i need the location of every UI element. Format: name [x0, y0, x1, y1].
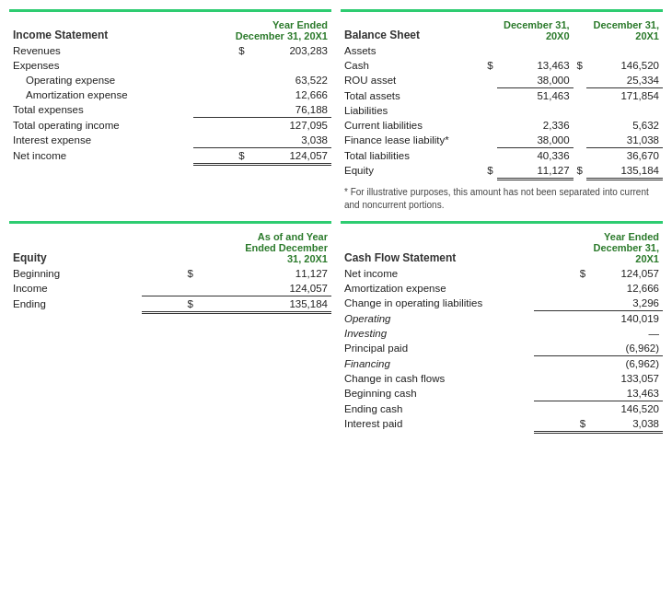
- balance-d1: [483, 148, 496, 164]
- balance-label: ROU asset: [341, 73, 483, 88]
- equity-value: 11,127: [197, 266, 331, 281]
- balance-v1: 2,336: [497, 118, 574, 133]
- balance-d2: [574, 88, 586, 104]
- cashflow-row: Net income $ 124,057: [341, 266, 663, 281]
- balance-v1: 11,127: [497, 163, 574, 180]
- balance-sheet-title: Balance Sheet: [341, 17, 483, 43]
- cashflow-row: Amortization expense 12,666: [341, 281, 663, 296]
- cashflow-row: Principal paid (6,962): [341, 341, 663, 356]
- cashflow-value: 133,057: [589, 371, 663, 386]
- balance-v2: 31,038: [586, 133, 663, 148]
- balance-row: Equity $ 11,127 $ 135,184: [341, 163, 663, 180]
- cashflow-dollar: [534, 311, 589, 327]
- balance-sheet-table: Balance Sheet December 31,20X0 December …: [341, 17, 663, 180]
- cashflow-dollar: [534, 341, 589, 356]
- balance-row: Total liabilities 40,336 36,670: [341, 148, 663, 164]
- balance-label: Total assets: [341, 88, 483, 104]
- cashflow-label: Financing: [341, 356, 534, 372]
- income-statement-table: Income Statement Year EndedDecember 31, …: [9, 17, 331, 166]
- balance-d1: $: [483, 58, 496, 73]
- equity-value: 124,057: [197, 281, 331, 296]
- balance-v2: [586, 103, 663, 118]
- income-dollar: $: [193, 148, 249, 165]
- balance-label: Current liabilities: [341, 118, 483, 133]
- income-dollar: [193, 102, 249, 118]
- income-dollar: [193, 73, 249, 87]
- balance-row: Assets: [341, 43, 663, 58]
- cashflow-label: Beginning cash: [341, 386, 534, 401]
- cash-flow-col-header: Year EndedDecember 31,20X1: [534, 229, 663, 266]
- balance-row: Cash $ 13,463 $ 146,520: [341, 58, 663, 73]
- balance-v1: 38,000: [497, 133, 574, 148]
- equity-table: Equity As of and YearEnded December31, 2…: [9, 229, 331, 314]
- cashflow-label: Investing: [341, 326, 534, 341]
- equity-row: Ending $ 135,184: [9, 296, 331, 313]
- equity-dollar: [142, 281, 197, 296]
- balance-d2: [574, 43, 586, 58]
- income-row: Revenues $ 203,283: [9, 43, 331, 58]
- income-value: 3,038: [249, 133, 331, 148]
- cashflow-row: Change in cash flows 133,057: [341, 371, 663, 386]
- balance-v1: 51,463: [497, 88, 574, 104]
- income-value: 124,057: [249, 148, 331, 165]
- balance-v1: 13,463: [497, 58, 574, 73]
- income-statement-col-header: Year EndedDecember 31, 20X1: [193, 17, 331, 43]
- cashflow-label: Operating: [341, 311, 534, 327]
- income-statement-panel: Income Statement Year EndedDecember 31, …: [9, 9, 331, 212]
- balance-d2: [574, 73, 586, 88]
- cashflow-label: Change in operating liabilities: [341, 296, 534, 311]
- cashflow-dollar: [534, 281, 589, 296]
- cashflow-row: Interest paid $ 3,038: [341, 416, 663, 433]
- cashflow-value: 13,463: [589, 386, 663, 401]
- cashflow-row: Investing —: [341, 326, 663, 341]
- income-label: Interest expense: [9, 133, 193, 148]
- income-statement-title: Income Statement: [9, 17, 193, 43]
- balance-d1: $: [483, 163, 496, 180]
- cash-flow-panel: Cash Flow Statement Year EndedDecember 3…: [341, 221, 663, 434]
- income-value: [249, 58, 331, 73]
- equity-col-header: As of and YearEnded December31, 20X1: [142, 229, 331, 266]
- income-value: 63,522: [249, 73, 331, 87]
- balance-d1: [483, 118, 496, 133]
- balance-label: Equity: [341, 163, 483, 180]
- balance-row: Total assets 51,463 171,854: [341, 88, 663, 104]
- balance-v2: 5,632: [586, 118, 663, 133]
- income-label: Revenues: [9, 43, 193, 58]
- cashflow-dollar: [534, 296, 589, 311]
- equity-dollar: $: [142, 296, 197, 313]
- cashflow-label: Principal paid: [341, 341, 534, 356]
- balance-v2: 146,520: [586, 58, 663, 73]
- balance-v2: 171,854: [586, 88, 663, 104]
- cashflow-value: 140,019: [589, 311, 663, 327]
- balance-sheet-panel: Balance Sheet December 31,20X0 December …: [341, 9, 663, 212]
- income-label: Operating expense: [9, 73, 193, 87]
- balance-d1: [483, 133, 496, 148]
- income-dollar: [193, 87, 249, 102]
- equity-label: Beginning: [9, 266, 142, 281]
- income-label: Net income: [9, 148, 193, 165]
- balance-row: ROU asset 38,000 25,334: [341, 73, 663, 88]
- cashflow-label: Change in cash flows: [341, 371, 534, 386]
- income-row: Total expenses 76,188: [9, 102, 331, 118]
- balance-d1: [483, 43, 496, 58]
- cashflow-value: 124,057: [589, 266, 663, 281]
- income-dollar: [193, 118, 249, 134]
- balance-v2: 36,670: [586, 148, 663, 164]
- balance-row: Liabilities: [341, 103, 663, 118]
- cashflow-row: Ending cash 146,520: [341, 401, 663, 417]
- equity-value: 135,184: [197, 296, 331, 313]
- income-label: Total operating income: [9, 118, 193, 134]
- equity-dollar: $: [142, 266, 197, 281]
- cashflow-label: Net income: [341, 266, 534, 281]
- cashflow-dollar: [534, 356, 589, 372]
- cashflow-row: Financing (6,962): [341, 356, 663, 372]
- equity-title: Equity: [9, 229, 142, 266]
- income-label: Amortization expense: [9, 87, 193, 102]
- balance-d2: $: [574, 163, 586, 180]
- balance-d2: [574, 133, 586, 148]
- cashflow-value: 146,520: [589, 401, 663, 417]
- balance-v2: 135,184: [586, 163, 663, 180]
- income-dollar: $: [193, 43, 249, 58]
- balance-d2: [574, 118, 586, 133]
- balance-label: Cash: [341, 58, 483, 73]
